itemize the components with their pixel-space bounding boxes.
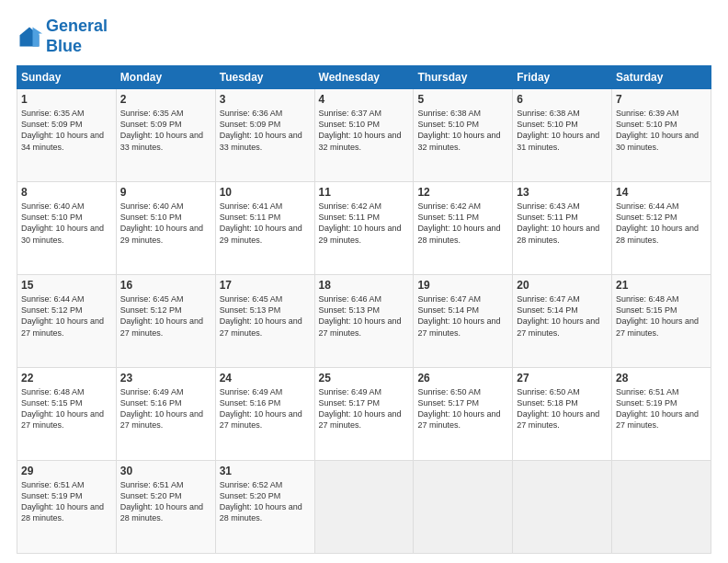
day-number: 24 <box>220 372 311 385</box>
calendar-day-cell: 21 Sunrise: 6:48 AM Sunset: 5:15 PM Dayl… <box>612 275 711 368</box>
calendar-day-cell: 15 Sunrise: 6:44 AM Sunset: 5:12 PM Dayl… <box>17 275 117 368</box>
calendar-day-cell <box>513 461 612 554</box>
day-number: 16 <box>120 279 211 292</box>
day-number: 18 <box>319 279 410 292</box>
calendar-day-cell <box>414 461 513 554</box>
calendar-day-cell: 4 Sunrise: 6:37 AM Sunset: 5:10 PM Dayli… <box>314 89 414 182</box>
day-number: 4 <box>319 93 410 106</box>
weekday-header: Tuesday <box>215 66 314 89</box>
calendar-day-cell: 28 Sunrise: 6:51 AM Sunset: 5:19 PM Dayl… <box>612 368 711 461</box>
calendar-day-cell: 18 Sunrise: 6:46 AM Sunset: 5:13 PM Dayl… <box>314 275 414 368</box>
calendar-day-cell: 16 Sunrise: 6:45 AM Sunset: 5:12 PM Dayl… <box>116 275 215 368</box>
calendar-day-cell: 12 Sunrise: 6:42 AM Sunset: 5:11 PM Dayl… <box>414 182 513 275</box>
calendar-week-row: 15 Sunrise: 6:44 AM Sunset: 5:12 PM Dayl… <box>17 275 711 368</box>
day-number: 20 <box>517 279 608 292</box>
day-info: Sunrise: 6:49 AM Sunset: 5:16 PM Dayligh… <box>120 386 211 431</box>
logo-blue: Blue <box>46 37 82 55</box>
day-info: Sunrise: 6:38 AM Sunset: 5:10 PM Dayligh… <box>417 108 508 153</box>
day-info: Sunrise: 6:42 AM Sunset: 5:11 PM Dayligh… <box>417 201 508 246</box>
day-number: 9 <box>120 186 211 199</box>
day-info: Sunrise: 6:36 AM Sunset: 5:09 PM Dayligh… <box>220 108 311 153</box>
day-info: Sunrise: 6:46 AM Sunset: 5:13 PM Dayligh… <box>319 293 410 339</box>
day-info: Sunrise: 6:45 AM Sunset: 5:12 PM Dayligh… <box>120 293 211 339</box>
day-number: 23 <box>120 372 211 385</box>
day-info: Sunrise: 6:50 AM Sunset: 5:18 PM Dayligh… <box>517 386 608 431</box>
day-number: 12 <box>417 186 508 199</box>
calendar-day-cell: 5 Sunrise: 6:38 AM Sunset: 5:10 PM Dayli… <box>414 89 513 182</box>
svg-marker-1 <box>33 27 43 46</box>
calendar-day-cell: 22 Sunrise: 6:48 AM Sunset: 5:15 PM Dayl… <box>17 368 117 461</box>
day-number: 10 <box>220 186 311 199</box>
day-info: Sunrise: 6:43 AM Sunset: 5:11 PM Dayligh… <box>517 201 608 246</box>
day-info: Sunrise: 6:35 AM Sunset: 5:09 PM Dayligh… <box>120 108 211 153</box>
day-number: 29 <box>21 465 112 477</box>
day-info: Sunrise: 6:44 AM Sunset: 5:12 PM Dayligh… <box>21 293 112 339</box>
calendar-day-cell: 2 Sunrise: 6:35 AM Sunset: 5:09 PM Dayli… <box>116 89 215 182</box>
calendar-day-cell: 29 Sunrise: 6:51 AM Sunset: 5:19 PM Dayl… <box>17 461 117 554</box>
day-info: Sunrise: 6:52 AM Sunset: 5:20 PM Dayligh… <box>220 479 311 524</box>
calendar-week-row: 8 Sunrise: 6:40 AM Sunset: 5:10 PM Dayli… <box>17 182 711 275</box>
calendar-day-cell: 14 Sunrise: 6:44 AM Sunset: 5:12 PM Dayl… <box>612 182 711 275</box>
calendar-day-cell: 11 Sunrise: 6:42 AM Sunset: 5:11 PM Dayl… <box>314 182 414 275</box>
calendar-day-cell: 19 Sunrise: 6:47 AM Sunset: 5:14 PM Dayl… <box>414 275 513 368</box>
day-number: 7 <box>616 93 707 106</box>
day-info: Sunrise: 6:39 AM Sunset: 5:10 PM Dayligh… <box>616 108 707 153</box>
weekday-header: Monday <box>116 66 215 89</box>
day-number: 3 <box>220 93 311 106</box>
day-number: 8 <box>21 186 112 199</box>
header: General Blue <box>17 17 711 56</box>
weekday-header: Sunday <box>17 66 117 89</box>
calendar-day-cell: 1 Sunrise: 6:35 AM Sunset: 5:09 PM Dayli… <box>17 89 117 182</box>
day-info: Sunrise: 6:51 AM Sunset: 5:20 PM Dayligh… <box>120 479 211 524</box>
day-number: 21 <box>616 279 707 292</box>
day-info: Sunrise: 6:44 AM Sunset: 5:12 PM Dayligh… <box>616 201 707 246</box>
logo-icon <box>17 24 42 50</box>
calendar-day-cell: 30 Sunrise: 6:51 AM Sunset: 5:20 PM Dayl… <box>116 461 215 554</box>
day-number: 5 <box>417 93 508 106</box>
calendar-day-cell: 6 Sunrise: 6:38 AM Sunset: 5:10 PM Dayli… <box>513 89 612 182</box>
day-info: Sunrise: 6:49 AM Sunset: 5:17 PM Dayligh… <box>319 386 410 431</box>
day-number: 17 <box>220 279 311 292</box>
calendar-day-cell: 7 Sunrise: 6:39 AM Sunset: 5:10 PM Dayli… <box>612 89 711 182</box>
day-number: 25 <box>319 372 410 385</box>
day-info: Sunrise: 6:40 AM Sunset: 5:10 PM Dayligh… <box>120 201 211 246</box>
day-number: 22 <box>21 372 112 385</box>
day-info: Sunrise: 6:50 AM Sunset: 5:17 PM Dayligh… <box>417 386 508 431</box>
day-number: 14 <box>616 186 707 199</box>
day-info: Sunrise: 6:48 AM Sunset: 5:15 PM Dayligh… <box>616 293 707 339</box>
calendar-day-cell: 20 Sunrise: 6:47 AM Sunset: 5:14 PM Dayl… <box>513 275 612 368</box>
day-number: 2 <box>120 93 211 106</box>
calendar-day-cell: 25 Sunrise: 6:49 AM Sunset: 5:17 PM Dayl… <box>314 368 414 461</box>
calendar-day-cell: 3 Sunrise: 6:36 AM Sunset: 5:09 PM Dayli… <box>215 89 314 182</box>
calendar-week-row: 29 Sunrise: 6:51 AM Sunset: 5:19 PM Dayl… <box>17 461 711 554</box>
day-info: Sunrise: 6:38 AM Sunset: 5:10 PM Dayligh… <box>517 108 608 153</box>
calendar-day-cell: 24 Sunrise: 6:49 AM Sunset: 5:16 PM Dayl… <box>215 368 314 461</box>
day-number: 1 <box>21 93 112 106</box>
page: General Blue SundayMondayTuesdayWednesda… <box>0 0 728 563</box>
day-number: 15 <box>21 279 112 292</box>
calendar-day-cell <box>612 461 711 554</box>
day-info: Sunrise: 6:47 AM Sunset: 5:14 PM Dayligh… <box>517 293 608 339</box>
day-number: 27 <box>517 372 608 385</box>
day-info: Sunrise: 6:45 AM Sunset: 5:13 PM Dayligh… <box>220 293 311 339</box>
calendar-table: SundayMondayTuesdayWednesdayThursdayFrid… <box>17 65 711 554</box>
calendar-day-cell: 8 Sunrise: 6:40 AM Sunset: 5:10 PM Dayli… <box>17 182 117 275</box>
calendar-day-cell: 23 Sunrise: 6:49 AM Sunset: 5:16 PM Dayl… <box>116 368 215 461</box>
calendar-day-cell: 26 Sunrise: 6:50 AM Sunset: 5:17 PM Dayl… <box>414 368 513 461</box>
day-number: 26 <box>417 372 508 385</box>
weekday-header: Saturday <box>612 66 711 89</box>
day-number: 30 <box>120 465 211 477</box>
calendar-day-cell: 17 Sunrise: 6:45 AM Sunset: 5:13 PM Dayl… <box>215 275 314 368</box>
day-number: 28 <box>616 372 707 385</box>
calendar-day-cell: 31 Sunrise: 6:52 AM Sunset: 5:20 PM Dayl… <box>215 461 314 554</box>
day-info: Sunrise: 6:51 AM Sunset: 5:19 PM Dayligh… <box>21 479 112 524</box>
weekday-header: Friday <box>513 66 612 89</box>
calendar-day-cell: 9 Sunrise: 6:40 AM Sunset: 5:10 PM Dayli… <box>116 182 215 275</box>
logo-text: General Blue <box>46 17 108 56</box>
day-number: 31 <box>220 465 311 477</box>
logo: General Blue <box>17 17 108 56</box>
day-number: 11 <box>319 186 410 199</box>
day-info: Sunrise: 6:48 AM Sunset: 5:15 PM Dayligh… <box>21 386 112 431</box>
calendar-day-cell: 27 Sunrise: 6:50 AM Sunset: 5:18 PM Dayl… <box>513 368 612 461</box>
weekday-header: Thursday <box>414 66 513 89</box>
